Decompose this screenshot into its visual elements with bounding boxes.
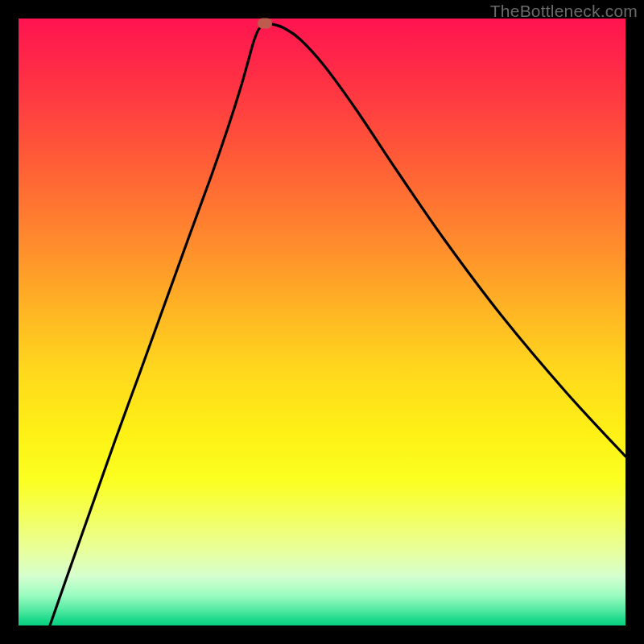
- curve-svg: [19, 19, 625, 625]
- chart-container: TheBottleneck.com: [0, 0, 644, 644]
- watermark-text: TheBottleneck.com: [490, 2, 638, 21]
- bottleneck-curve-path: [50, 23, 625, 625]
- plot-area: [19, 19, 625, 625]
- optimal-point-marker: [258, 19, 272, 29]
